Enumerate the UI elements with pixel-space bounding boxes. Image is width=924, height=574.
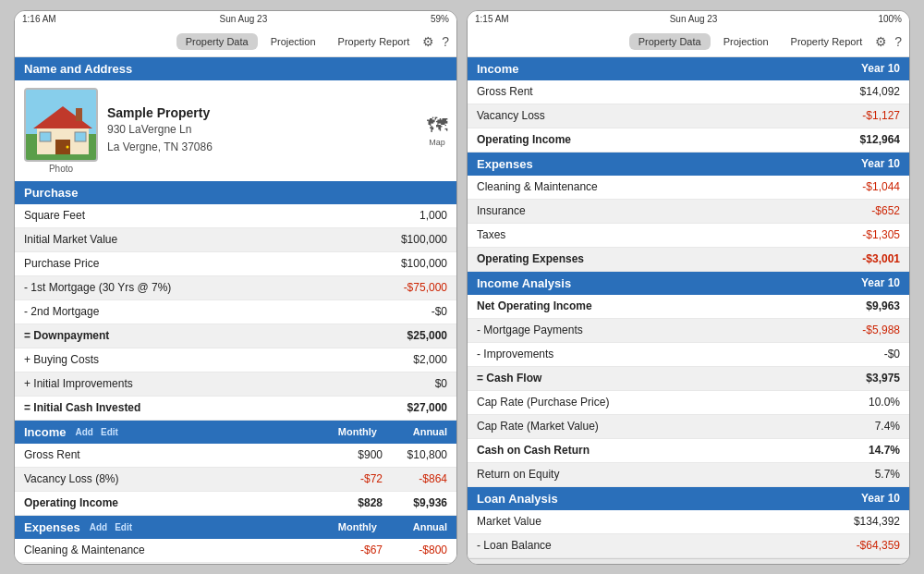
property-name: Sample Property bbox=[107, 105, 418, 120]
property-info: Sample Property 930 LaVergne Ln La Vergn… bbox=[107, 105, 418, 155]
table-row: Vacancy Loss -$1,127 bbox=[468, 104, 909, 128]
status-time-left: 1:16 AM bbox=[22, 14, 56, 24]
left-device: 1:16 AM Sun Aug 23 59% Property Data Pro… bbox=[14, 10, 457, 565]
table-row: Net Operating Income $9,963 bbox=[468, 295, 909, 319]
income-analysis-title: Income Analysis bbox=[477, 276, 571, 290]
table-row: Vacancy Loss (8%) -$72 -$864 bbox=[15, 468, 456, 492]
holding-period-bar: Holding Period: 10 Years bbox=[468, 558, 909, 564]
table-row: - 1st Mortgage (30 Yrs @ 7%) -$75,000 bbox=[15, 276, 456, 300]
table-row: Return on Equity 5.7% bbox=[468, 463, 909, 487]
svg-rect-8 bbox=[76, 108, 82, 121]
svg-rect-7 bbox=[75, 132, 86, 141]
income-analysis-rows: Net Operating Income $9,963 - Mortgage P… bbox=[468, 295, 909, 487]
expenses-col-annual-left: Annual bbox=[383, 521, 447, 532]
table-row: Operating Income $12,964 bbox=[468, 128, 909, 153]
status-bar-right: 1:15 AM Sun Aug 23 100% bbox=[468, 11, 909, 28]
table-row: = Initial Cash Invested $27,000 bbox=[15, 397, 456, 421]
income-analysis-year: Year 10 bbox=[861, 276, 900, 289]
status-date-left: Sun Aug 23 bbox=[219, 14, 267, 24]
property-image[interactable] bbox=[24, 88, 98, 162]
table-row: Initial Market Value $100,000 bbox=[15, 228, 456, 252]
svg-point-5 bbox=[67, 145, 69, 148]
expenses-header-right: Expenses Year 10 bbox=[468, 153, 909, 176]
table-row: Cleaning & Maintenance -$67 -$800 bbox=[15, 539, 456, 563]
loan-analysis-rows: Market Value $134,392 - Loan Balance -$6… bbox=[468, 510, 909, 558]
expenses-year-right: Year 10 bbox=[861, 157, 900, 170]
status-battery-left: 59% bbox=[431, 14, 449, 24]
table-row: Gross Rent $900 $10,800 bbox=[15, 444, 456, 468]
tab-projection-left[interactable]: Projection bbox=[261, 33, 325, 50]
property-address-line1: 930 LaVergne Ln bbox=[107, 122, 418, 138]
table-row: + Initial Improvements $0 bbox=[15, 372, 456, 397]
right-device: 1:15 AM Sun Aug 23 100% Property Data Pr… bbox=[467, 10, 910, 565]
income-header-left: Income Add Edit Monthly Annual bbox=[15, 421, 456, 444]
income-edit-left[interactable]: Edit bbox=[101, 427, 118, 437]
table-row: Operating Expenses -$3,001 bbox=[468, 248, 909, 272]
name-address-section: Photo Sample Property 930 LaVergne Ln La… bbox=[15, 80, 456, 181]
table-row: - Mortgage Payments -$5,988 bbox=[468, 319, 909, 343]
income-add-left[interactable]: Add bbox=[76, 427, 93, 437]
left-content: Name and Address bbox=[15, 57, 456, 564]
tab-property-report-left[interactable]: Property Report bbox=[329, 33, 419, 50]
tab-property-report-right[interactable]: Property Report bbox=[782, 33, 872, 50]
purchase-rows: Square Feet 1,000 Initial Market Value $… bbox=[15, 204, 456, 421]
loan-analysis-header: Loan Analysis Year 10 bbox=[468, 487, 909, 510]
tab-property-data-left[interactable]: Property Data bbox=[176, 33, 258, 50]
income-rows-right: Gross Rent $14,092 Vacancy Loss -$1,127 … bbox=[468, 80, 909, 153]
settings-icon-right[interactable]: ⚙ bbox=[875, 34, 887, 49]
tab-property-data-right[interactable]: Property Data bbox=[629, 33, 711, 50]
help-icon-right[interactable]: ? bbox=[894, 34, 902, 49]
income-analysis-header: Income Analysis Year 10 bbox=[468, 272, 909, 295]
table-row: = Cash Flow $3,975 bbox=[468, 367, 909, 391]
table-row: Taxes -$1,305 bbox=[468, 224, 909, 248]
income-title-right: Income bbox=[477, 62, 519, 76]
map-icon: 🗺 bbox=[427, 114, 447, 138]
table-row: Gross Rent $14,092 bbox=[468, 80, 909, 104]
income-title-left: Income bbox=[24, 425, 67, 439]
nav-bar-right: Property Data Projection Property Report… bbox=[468, 28, 909, 57]
table-row: - Improvements -$0 bbox=[468, 343, 909, 367]
expenses-header-left: Expenses Add Edit Monthly Annual bbox=[15, 516, 456, 539]
expenses-add-left[interactable]: Add bbox=[90, 522, 107, 532]
tab-projection-right[interactable]: Projection bbox=[714, 33, 778, 50]
table-row: + Buying Costs $2,000 bbox=[15, 348, 456, 372]
help-icon-left[interactable]: ? bbox=[442, 34, 449, 49]
purchase-title: Purchase bbox=[24, 186, 79, 200]
table-row: - 2nd Mortgage -$0 bbox=[15, 300, 456, 324]
photo-label: Photo bbox=[49, 164, 73, 174]
svg-rect-6 bbox=[40, 132, 51, 141]
income-year-right: Year 10 bbox=[861, 62, 900, 75]
nav-bar-left: Property Data Projection Property Report… bbox=[15, 28, 456, 57]
table-row: Market Value $134,392 bbox=[468, 510, 909, 534]
income-rows-left: Gross Rent $900 $10,800 Vacancy Loss (8%… bbox=[15, 444, 456, 516]
right-content: Income Year 10 Gross Rent $14,092 Vacanc… bbox=[468, 57, 909, 564]
property-card: Photo Sample Property 930 LaVergne Ln La… bbox=[24, 88, 447, 174]
map-label: Map bbox=[429, 138, 445, 147]
table-row: = Downpayment $25,000 bbox=[15, 324, 456, 348]
table-row: Operating Income $828 $9,936 bbox=[15, 492, 456, 516]
name-address-header: Name and Address bbox=[15, 57, 456, 80]
table-row: Cap Rate (Purchase Price) 10.0% bbox=[468, 391, 909, 415]
name-address-title: Name and Address bbox=[24, 62, 132, 76]
map-button[interactable]: 🗺 Map bbox=[427, 114, 447, 147]
table-row: Cap Rate (Market Value) 7.4% bbox=[468, 415, 909, 439]
property-address-line2: La Vergne, TN 37086 bbox=[107, 140, 418, 155]
expenses-rows-right: Cleaning & Maintenance -$1,044 Insurance… bbox=[468, 176, 909, 272]
table-row: Square Feet 1,000 bbox=[15, 204, 456, 228]
status-date-right: Sun Aug 23 bbox=[670, 14, 718, 24]
income-header-right: Income Year 10 bbox=[468, 57, 909, 80]
settings-icon-left[interactable]: ⚙ bbox=[422, 34, 434, 49]
table-row: Purchase Price $100,000 bbox=[15, 252, 456, 276]
expenses-rows-left: Cleaning & Maintenance -$67 -$800 bbox=[15, 539, 456, 563]
expenses-title-left: Expenses bbox=[24, 520, 80, 534]
expenses-title-right: Expenses bbox=[477, 157, 533, 171]
expenses-edit-left[interactable]: Edit bbox=[115, 522, 132, 532]
expenses-col-monthly-left: Monthly bbox=[322, 521, 377, 532]
income-col-monthly-left: Monthly bbox=[322, 426, 377, 437]
table-row: Cash on Cash Return 14.7% bbox=[468, 439, 909, 463]
purchase-header: Purchase bbox=[15, 181, 456, 204]
status-battery-right: 100% bbox=[878, 14, 902, 24]
income-col-annual-left: Annual bbox=[383, 426, 447, 437]
loan-analysis-title: Loan Analysis bbox=[477, 492, 558, 506]
loan-analysis-year: Year 10 bbox=[861, 492, 900, 505]
